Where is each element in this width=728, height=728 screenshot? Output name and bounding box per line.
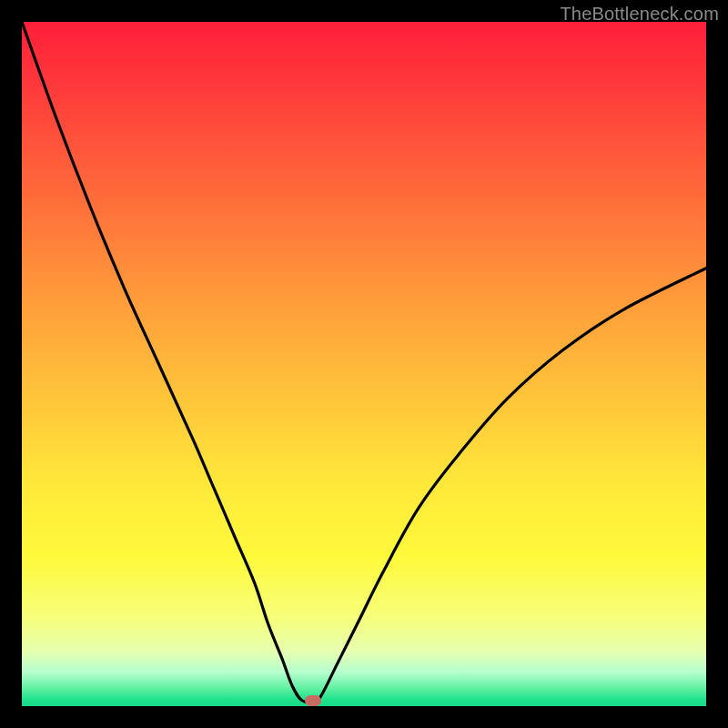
- bottleneck-curve: [22, 22, 706, 706]
- plot-area: [22, 22, 706, 706]
- chart-frame: TheBottleneck.com: [0, 0, 728, 728]
- watermark-label: TheBottleneck.com: [560, 4, 719, 25]
- optimum-marker: [305, 695, 321, 706]
